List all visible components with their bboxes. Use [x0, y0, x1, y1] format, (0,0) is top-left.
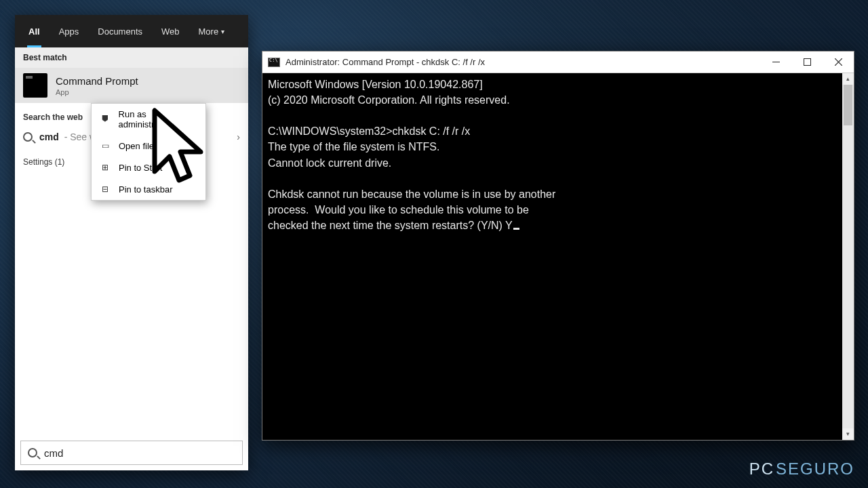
- pin-taskbar-icon: ⊟: [100, 184, 111, 195]
- chevron-right-icon: ›: [237, 131, 240, 142]
- folder-icon: ▭: [100, 140, 111, 151]
- pin-start-icon: ⊞: [100, 162, 111, 173]
- web-query-text: cmd: [39, 131, 59, 142]
- scroll-up-button[interactable]: ▴: [842, 73, 854, 85]
- settings-count: (1): [55, 157, 65, 167]
- start-filter-tabs: All Apps Documents Web More ▾: [15, 15, 248, 47]
- maximize-button[interactable]: [791, 52, 823, 73]
- tab-more[interactable]: More ▾: [189, 15, 235, 47]
- watermark-rest: SEGURO: [776, 460, 854, 479]
- tab-all[interactable]: All: [19, 15, 50, 47]
- minimize-button[interactable]: [760, 52, 791, 73]
- tab-web[interactable]: Web: [152, 15, 189, 47]
- command-prompt-icon: [268, 58, 280, 67]
- tab-documents[interactable]: Documents: [88, 15, 152, 47]
- context-menu: ⛊ Run as administrator ▭ Open file locat…: [91, 103, 206, 201]
- search-icon: [23, 132, 33, 142]
- chevron-down-icon: ▾: [221, 28, 224, 35]
- svg-rect-1: [804, 59, 810, 66]
- best-match-result[interactable]: Command Prompt App: [15, 68, 248, 103]
- window-title: Administrator: Command Prompt - chkdsk C…: [285, 57, 485, 67]
- scroll-track[interactable]: [842, 85, 854, 428]
- search-input[interactable]: [44, 447, 235, 459]
- svg-rect-0: [772, 62, 780, 62]
- watermark: PCSEGURO: [749, 460, 854, 479]
- scroll-down-button[interactable]: ▾: [842, 428, 854, 440]
- terminal-output[interactable]: Microsoft Windows [Version 10.0.19042.86…: [262, 73, 854, 440]
- tab-apps[interactable]: Apps: [50, 15, 89, 47]
- settings-label: Settings: [23, 157, 52, 167]
- text-cursor-icon: [513, 228, 519, 230]
- vertical-scrollbar[interactable]: ▴ ▾: [842, 73, 854, 440]
- command-prompt-window: Administrator: Command Prompt - chkdsk C…: [262, 51, 854, 441]
- ctx-pin-to-start[interactable]: ⊞ Pin to Start: [92, 157, 205, 178]
- ctx-item-label: Open file location: [119, 141, 186, 151]
- search-icon: [28, 448, 37, 458]
- ctx-run-as-admin[interactable]: ⛊ Run as administrator: [92, 104, 205, 135]
- start-search-panel: All Apps Documents Web More ▾ Best match…: [15, 15, 248, 470]
- close-button[interactable]: [823, 52, 854, 73]
- ctx-item-label: Pin to taskbar: [119, 184, 173, 195]
- tab-more-label: More: [199, 26, 219, 37]
- result-title: Command Prompt: [56, 75, 138, 87]
- best-match-header: Best match: [15, 47, 248, 68]
- window-titlebar[interactable]: Administrator: Command Prompt - chkdsk C…: [262, 52, 854, 73]
- ctx-item-label: Pin to Start: [119, 163, 162, 173]
- scroll-thumb[interactable]: [844, 85, 852, 125]
- start-search-box[interactable]: [20, 441, 243, 465]
- admin-shield-icon: ⛊: [100, 114, 111, 125]
- ctx-item-label: Run as administrator: [119, 109, 197, 129]
- result-subtitle: App: [56, 88, 138, 96]
- ctx-open-file-location[interactable]: ▭ Open file location: [92, 135, 205, 157]
- command-prompt-icon: [23, 73, 47, 98]
- ctx-pin-to-taskbar[interactable]: ⊟ Pin to taskbar: [92, 178, 205, 200]
- watermark-pc: PC: [749, 460, 774, 479]
